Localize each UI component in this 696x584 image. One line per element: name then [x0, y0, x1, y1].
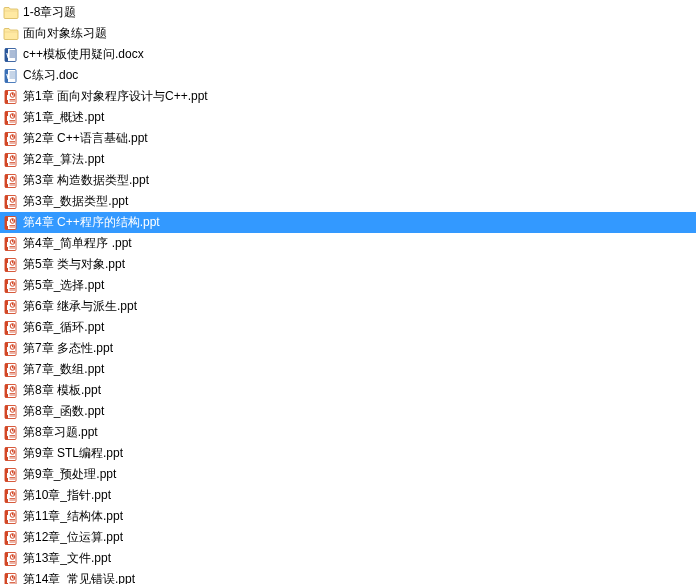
file-name-label: 第2章 C++语言基础.ppt — [22, 128, 149, 149]
file-row[interactable]: 1-8章习题 — [0, 2, 696, 23]
file-name-label: 第6章_循环.ppt — [22, 317, 105, 338]
file-name-label: 第7章_数组.ppt — [22, 359, 105, 380]
file-name-label: 1-8章习题 — [22, 2, 77, 23]
file-row[interactable]: 第5章_选择.ppt — [0, 275, 696, 296]
file-name-label: 第14章_常见错误.ppt — [22, 569, 136, 584]
file-row[interactable]: 第8章 模板.ppt — [0, 380, 696, 401]
folder-icon — [3, 26, 19, 42]
file-row[interactable]: 第2章 C++语言基础.ppt — [0, 128, 696, 149]
ppt-icon — [3, 425, 19, 441]
ppt-icon — [3, 299, 19, 315]
ppt-icon — [3, 278, 19, 294]
file-row[interactable]: 面向对象练习题 — [0, 23, 696, 44]
ppt-icon — [3, 152, 19, 168]
file-name-label: 第8章 模板.ppt — [22, 380, 102, 401]
file-name-label: 第3章 构造数据类型.ppt — [22, 170, 150, 191]
file-row[interactable]: 第5章 类与对象.ppt — [0, 254, 696, 275]
ppt-icon — [3, 551, 19, 567]
ppt-icon — [3, 341, 19, 357]
file-name-label: 第6章 继承与派生.ppt — [22, 296, 138, 317]
file-row[interactable]: 第8章_函数.ppt — [0, 401, 696, 422]
ppt-icon — [3, 257, 19, 273]
ppt-icon — [3, 89, 19, 105]
ppt-icon — [3, 215, 19, 231]
file-name-label: 面向对象练习题 — [22, 23, 108, 44]
file-row[interactable]: 第11章_结构体.ppt — [0, 506, 696, 527]
file-name-label: 第9章_预处理.ppt — [22, 464, 117, 485]
file-row[interactable]: 第6章_循环.ppt — [0, 317, 696, 338]
file-name-label: 第9章 STL编程.ppt — [22, 443, 124, 464]
file-row[interactable]: 第12章_位运算.ppt — [0, 527, 696, 548]
file-row[interactable]: 第4章_简单程序 .ppt — [0, 233, 696, 254]
file-name-label: 第5章 类与对象.ppt — [22, 254, 126, 275]
file-name-label: 第13章_文件.ppt — [22, 548, 112, 569]
ppt-icon — [3, 467, 19, 483]
file-row[interactable]: 第2章_算法.ppt — [0, 149, 696, 170]
file-row[interactable]: 第7章 多态性.ppt — [0, 338, 696, 359]
file-name-label: 第12章_位运算.ppt — [22, 527, 124, 548]
ppt-icon — [3, 110, 19, 126]
file-name-label: 第2章_算法.ppt — [22, 149, 105, 170]
ppt-icon — [3, 572, 19, 585]
ppt-icon — [3, 488, 19, 504]
file-name-label: 第4章 C++程序的结构.ppt — [22, 212, 161, 233]
doc-icon — [3, 68, 19, 84]
file-row[interactable]: 第9章 STL编程.ppt — [0, 443, 696, 464]
file-name-label: 第11章_结构体.ppt — [22, 506, 124, 527]
file-row[interactable]: 第4章 C++程序的结构.ppt — [0, 212, 696, 233]
file-row[interactable]: C练习.doc — [0, 65, 696, 86]
file-name-label: c++模板使用疑问.docx — [22, 44, 145, 65]
file-row[interactable]: 第10章_指针.ppt — [0, 485, 696, 506]
file-name-label: 第8章_函数.ppt — [22, 401, 105, 422]
ppt-icon — [3, 173, 19, 189]
ppt-icon — [3, 194, 19, 210]
ppt-icon — [3, 362, 19, 378]
ppt-icon — [3, 404, 19, 420]
file-row[interactable]: 第9章_预处理.ppt — [0, 464, 696, 485]
file-row[interactable]: 第1章_概述.ppt — [0, 107, 696, 128]
file-name-label: 第1章 面向对象程序设计与C++.ppt — [22, 86, 209, 107]
file-name-label: 第5章_选择.ppt — [22, 275, 105, 296]
file-row[interactable]: 第7章_数组.ppt — [0, 359, 696, 380]
folder-icon — [3, 5, 19, 21]
ppt-icon — [3, 446, 19, 462]
ppt-icon — [3, 530, 19, 546]
file-row[interactable]: 第6章 继承与派生.ppt — [0, 296, 696, 317]
file-name-label: 第1章_概述.ppt — [22, 107, 105, 128]
ppt-icon — [3, 509, 19, 525]
file-row[interactable]: c++模板使用疑问.docx — [0, 44, 696, 65]
file-row[interactable]: 第3章_数据类型.ppt — [0, 191, 696, 212]
file-name-label: 第3章_数据类型.ppt — [22, 191, 129, 212]
file-name-label: C练习.doc — [22, 65, 79, 86]
file-list: 1-8章习题面向对象练习题c++模板使用疑问.docxC练习.doc第1章 面向… — [0, 2, 696, 584]
file-row[interactable]: 第8章习题.ppt — [0, 422, 696, 443]
file-row[interactable]: 第3章 构造数据类型.ppt — [0, 170, 696, 191]
file-row[interactable]: 第14章_常见错误.ppt — [0, 569, 696, 584]
ppt-icon — [3, 236, 19, 252]
file-row[interactable]: 第13章_文件.ppt — [0, 548, 696, 569]
docx-icon — [3, 47, 19, 63]
ppt-icon — [3, 383, 19, 399]
ppt-icon — [3, 320, 19, 336]
file-row[interactable]: 第1章 面向对象程序设计与C++.ppt — [0, 86, 696, 107]
file-name-label: 第7章 多态性.ppt — [22, 338, 114, 359]
file-name-label: 第4章_简单程序 .ppt — [22, 233, 133, 254]
file-name-label: 第8章习题.ppt — [22, 422, 99, 443]
file-name-label: 第10章_指针.ppt — [22, 485, 112, 506]
ppt-icon — [3, 131, 19, 147]
